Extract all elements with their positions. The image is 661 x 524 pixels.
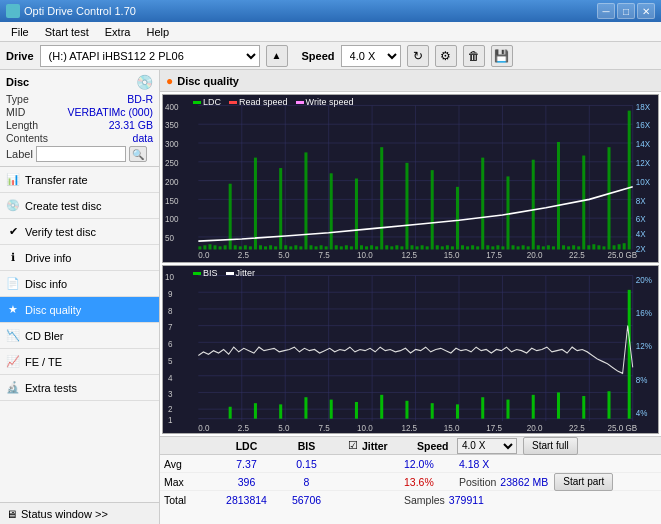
svg-rect-92 — [562, 245, 565, 249]
drive-select[interactable]: (H:) ATAPI iHBS112 2 PL06 — [40, 45, 260, 67]
svg-rect-90 — [552, 246, 555, 249]
sidebar-item-drive-info[interactable]: ℹ Drive info — [0, 245, 159, 271]
svg-rect-156 — [254, 403, 257, 419]
max-ldc: 396 — [214, 476, 279, 488]
jitter-checkbox[interactable]: ☑ — [348, 439, 362, 452]
svg-text:2: 2 — [168, 403, 173, 414]
disc-info-icon: 📄 — [6, 277, 20, 291]
close-button[interactable]: ✕ — [637, 3, 655, 19]
ldc-chart-legend: LDC Read speed Write speed — [193, 97, 353, 107]
save-button[interactable]: 💾 — [491, 45, 513, 67]
jitter-legend-item: Jitter — [226, 268, 256, 278]
readspeed-legend-item: Read speed — [229, 97, 288, 107]
svg-rect-73 — [466, 246, 469, 249]
verify-test-disc-icon: ✔ — [6, 225, 20, 239]
menu-file[interactable]: File — [4, 25, 36, 39]
create-test-disc-label: Create test disc — [25, 200, 101, 212]
speed-select[interactable]: 4.0 X — [341, 45, 401, 67]
minimize-button[interactable]: ─ — [597, 3, 615, 19]
svg-rect-32 — [259, 245, 262, 249]
menu-bar: File Start test Extra Help — [0, 22, 661, 42]
total-ldc: 2813814 — [214, 494, 279, 506]
svg-rect-53 — [365, 246, 368, 249]
svg-rect-34 — [269, 245, 272, 249]
sidebar-item-transfer-rate[interactable]: 📊 Transfer rate — [0, 167, 159, 193]
svg-text:5.0: 5.0 — [278, 251, 290, 260]
maximize-button[interactable]: □ — [617, 3, 635, 19]
svg-rect-35 — [274, 246, 277, 249]
svg-text:4: 4 — [168, 372, 173, 383]
svg-text:1: 1 — [168, 415, 173, 426]
svg-text:20.0: 20.0 — [527, 422, 543, 433]
start-full-button[interactable]: Start full — [523, 437, 578, 455]
svg-rect-91 — [557, 142, 560, 250]
svg-rect-43 — [315, 246, 318, 249]
menu-extra[interactable]: Extra — [98, 25, 138, 39]
svg-text:9: 9 — [168, 288, 173, 299]
svg-rect-62 — [411, 245, 414, 249]
drive-info-label: Drive info — [25, 252, 71, 264]
sidebar-item-disc-info[interactable]: 📄 Disc info — [0, 271, 159, 297]
writespeed-legend-dot — [296, 101, 304, 104]
svg-rect-38 — [289, 246, 292, 249]
sidebar-item-create-test-disc[interactable]: 💿 Create test disc — [0, 193, 159, 219]
length-label: Length — [6, 119, 38, 131]
status-window-button[interactable]: 🖥 Status window >> — [0, 502, 159, 524]
cd-bler-label: CD Bler — [25, 330, 64, 342]
svg-text:15.0: 15.0 — [444, 251, 460, 260]
svg-text:25.0 GB: 25.0 GB — [607, 251, 637, 260]
menu-help[interactable]: Help — [139, 25, 176, 39]
disc-quality-icon: ★ — [6, 303, 20, 317]
settings-button[interactable]: ⚙ — [435, 45, 457, 67]
jitter-legend-label: Jitter — [236, 268, 256, 278]
ldc-chart-svg: 18X 16X 14X 12X 10X 8X 6X 4X 2X 400 350 … — [163, 95, 658, 262]
label-input[interactable] — [36, 146, 126, 162]
svg-rect-103 — [618, 244, 621, 249]
create-test-disc-icon: 💿 — [6, 199, 20, 213]
svg-text:16X: 16X — [636, 121, 651, 130]
samples-value: 379911 — [449, 494, 484, 506]
svg-rect-100 — [602, 246, 605, 249]
svg-text:12.5: 12.5 — [401, 422, 417, 433]
sidebar-item-verify-test-disc[interactable]: ✔ Verify test disc — [0, 219, 159, 245]
svg-rect-83 — [517, 246, 520, 249]
extra-tests-label: Extra tests — [25, 382, 77, 394]
svg-text:10.0: 10.0 — [357, 422, 373, 433]
writespeed-legend-label: Write speed — [306, 97, 354, 107]
speed-selector[interactable]: 4.0 X — [457, 438, 517, 454]
svg-rect-75 — [476, 246, 479, 249]
svg-text:12X: 12X — [636, 159, 651, 168]
col-jitter: Jitter — [362, 440, 417, 452]
svg-rect-77 — [486, 245, 489, 249]
svg-rect-20 — [198, 246, 201, 249]
main-layout: Disc 💿 Type BD-R MID VERBATIMc (000) Len… — [0, 70, 661, 524]
eject-button[interactable]: ▲ — [266, 45, 288, 67]
sidebar: Disc 💿 Type BD-R MID VERBATIMc (000) Len… — [0, 70, 160, 524]
label-search-button[interactable]: 🔍 — [129, 146, 147, 162]
svg-rect-74 — [471, 245, 474, 249]
svg-rect-171 — [628, 290, 631, 419]
erase-button[interactable]: 🗑 — [463, 45, 485, 67]
svg-text:8X: 8X — [636, 196, 646, 205]
sidebar-item-extra-tests[interactable]: 🔬 Extra tests — [0, 375, 159, 401]
refresh-button[interactable]: ↻ — [407, 45, 429, 67]
svg-rect-168 — [557, 392, 560, 418]
svg-rect-78 — [491, 246, 494, 249]
svg-text:0.0: 0.0 — [198, 422, 209, 433]
start-part-button[interactable]: Start part — [554, 473, 613, 491]
sidebar-item-fe-te[interactable]: 📈 FE / TE — [0, 349, 159, 375]
sidebar-item-cd-bler[interactable]: 📉 CD Bler — [0, 323, 159, 349]
svg-rect-65 — [426, 246, 429, 249]
svg-text:300: 300 — [165, 140, 179, 149]
svg-rect-159 — [330, 400, 333, 419]
menu-start-test[interactable]: Start test — [38, 25, 96, 39]
content-area: ● Disc quality LDC Read speed — [160, 70, 661, 524]
sidebar-item-disc-quality[interactable]: ★ Disc quality — [0, 297, 159, 323]
svg-rect-101 — [607, 147, 610, 249]
samples-label: Samples — [404, 494, 445, 506]
svg-text:7: 7 — [168, 322, 173, 333]
svg-rect-76 — [481, 158, 484, 250]
svg-rect-47 — [335, 245, 338, 249]
avg-ldc: 7.37 — [214, 458, 279, 470]
bis-chart-legend: BIS Jitter — [193, 268, 255, 278]
